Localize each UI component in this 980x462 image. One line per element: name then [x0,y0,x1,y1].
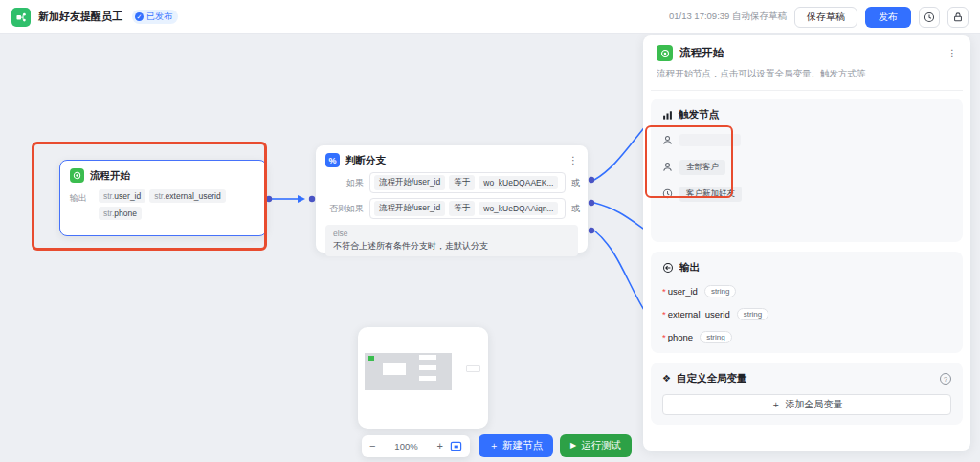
zoom-level: 100% [382,441,430,451]
minimap-node [419,365,436,370]
variable-name: phone [668,332,693,342]
condition-field: 流程开始/user_id [379,203,440,212]
run-test-button[interactable]: ▶ 运行测试 [560,434,632,457]
lock-button[interactable] [947,7,969,28]
zoom-toolbar: − 100% + [362,435,470,457]
condition-operator: 等于 [454,203,470,212]
output-variable-row: * external_userid string [662,308,951,320]
start-icon [657,45,673,61]
start-icon [70,168,84,183]
panel-title: 流程开始 [679,46,724,60]
or-label: 或 [571,203,580,215]
add-global-variable-button[interactable]: ＋ 添加全局变量 [662,394,951,415]
variable-type-badge: string [700,331,732,343]
trigger-item[interactable]: 全部客户 [662,159,951,175]
new-node-button[interactable]: ＋ 新建节点 [479,434,553,457]
output-arrow-icon [662,262,674,274]
trigger-item-value: 全部客户 [679,160,725,175]
output-variable-row: * user_id string [662,285,951,297]
trigger-item[interactable]: 客户新加好友 [662,186,951,202]
fit-view-icon [450,440,462,452]
condition-field: 流程开始/user_id [379,177,440,187]
condition-row: 如果 流程开始/user_id 等于 wo_kUeDQAAEK... 或 [325,172,580,193]
panel-description: 流程开始节点，点击可以设置全局变量、触发方式等 [657,68,957,80]
output-label: 输出 [70,192,91,220]
minimap-node [467,366,479,371]
branch-node-title: 判断分支 [345,154,386,167]
trigger-section-title: 触发节点 [679,108,719,121]
publish-button[interactable]: 发布 [865,7,911,28]
person-icon [662,135,673,145]
kebab-menu-icon[interactable]: ⋮ [947,48,957,58]
minimap-node [383,363,406,375]
minimap[interactable] [358,327,488,429]
help-icon[interactable]: ? [940,373,951,385]
minimap-node [419,355,436,360]
check-icon: ✓ [135,12,144,21]
minimap-node [368,356,374,361]
condition-value: wo_kUeDQAAiqn... [483,204,553,213]
condition-operator: 等于 [454,177,470,187]
branch-port-dot [589,200,594,206]
diamond-icon: ❖ [662,374,671,384]
zoom-in-button[interactable]: + [437,441,443,451]
condition-label: 否则如果 [325,203,364,215]
start-node-title: 流程开始 [90,169,130,183]
trigger-item[interactable] [662,132,951,148]
trigger-item-value [679,134,741,146]
zoom-out-button[interactable]: − [369,441,375,451]
connector-curve [594,124,647,180]
or-label: 或 [571,177,580,189]
app-logo-icon [11,8,31,27]
clock-icon [924,11,935,23]
minimap-node [419,376,436,381]
globals-section: ❖ 自定义全局变量 ? ＋ 添加全局变量 [651,363,963,425]
output-variable-tag[interactable]: str.user_id [99,189,145,203]
clock-icon [662,188,673,199]
output-section-title: 输出 [679,261,700,275]
autosave-text: 01/13 17:09:39 自动保存草稿 [669,11,787,23]
branch-port-dot [589,228,594,233]
divider [651,90,963,91]
condition-label: 如果 [325,177,364,189]
condition-row: 否则如果 流程开始/user_id 等于 wo_kUeDQAAiqn... 或 [325,198,580,219]
play-icon: ▶ [570,442,576,450]
trigger-section: 触发节点 全部客户 客户新加好友 [651,99,963,242]
condition-box[interactable]: 流程开始/user_id 等于 wo_kUeDQAAEK... [369,172,566,193]
plus-icon: ＋ [771,398,781,411]
minimap-viewport [365,353,452,390]
page-title: 新加好友提醒员工 [38,10,122,24]
fit-view-button[interactable] [450,440,462,452]
output-section: 输出 * user_id string * external_userid st… [651,252,963,353]
start-node-card[interactable]: 流程开始 输出 str.user_id str.external_userid … [59,160,267,236]
branch-port-dot [589,177,594,183]
top-bar: 新加好友提醒员工 ✓ 已发布 01/13 17:09:39 自动保存草稿 保存草… [0,0,980,34]
variable-type-badge: string [737,308,769,320]
connector-curve [594,231,649,318]
save-draft-button[interactable]: 保存草稿 [794,7,858,28]
condition-box[interactable]: 流程开始/user_id 等于 wo_kUeDQAAiqn... [369,198,566,219]
status-badge: ✓ 已发布 [132,10,178,24]
connector-curve [594,203,649,232]
output-variable-row: * phone string [662,331,951,343]
person-icon [662,162,673,172]
else-label: else [333,229,570,238]
globals-section-title: 自定义全局变量 [677,372,747,385]
output-variable-tag[interactable]: str.external_userid [149,189,225,203]
required-mark: * [662,309,666,319]
output-variable-tag[interactable]: str.phone [99,207,142,220]
connector-arrowhead [298,195,305,203]
variable-name: user_id [668,286,698,297]
required-mark: * [662,286,666,297]
node-config-panel: 流程开始 ⋮ 流程开始节点，点击可以设置全局变量、触发方式等 触发节点 全部客户 [643,35,970,451]
branch-node-card[interactable]: % 判断分支 ⋮ 如果 流程开始/user_id 等于 wo_kUeDQAAEK… [316,145,588,253]
kebab-menu-icon[interactable]: ⋮ [568,155,578,165]
variable-name: external_userid [668,309,730,319]
lock-icon [952,11,964,23]
condition-value: wo_kUeDQAAEK... [483,178,553,187]
history-button[interactable] [919,7,940,28]
chart-icon [662,110,673,121]
variable-type-badge: string [704,285,737,297]
trigger-item-value: 客户新加好友 [679,187,742,202]
status-badge-label: 已发布 [146,11,172,23]
